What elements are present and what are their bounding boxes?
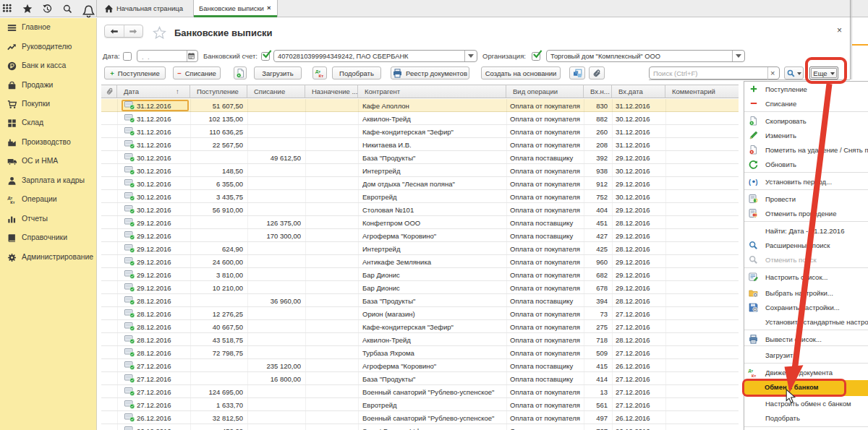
svg-text:Кт: Кт: [318, 74, 323, 78]
svg-text:Кт: Кт: [10, 200, 14, 205]
svg-text:(: (: [749, 179, 751, 186]
svg-text:Дт: Дт: [315, 69, 320, 74]
svg-text:): ): [755, 179, 757, 186]
svg-text:Кт: Кт: [752, 373, 756, 377]
svg-text:Дт: Дт: [749, 369, 754, 373]
